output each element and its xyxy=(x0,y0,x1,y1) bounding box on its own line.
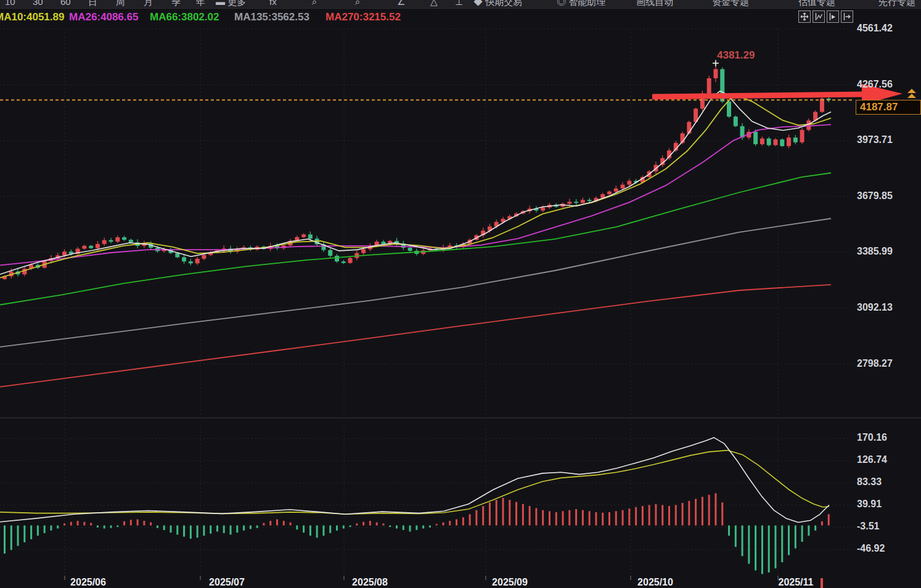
month-label: 2025/07 xyxy=(209,577,245,588)
trading-app: 103060日周月季年▬ 更多fx⌕⌕∠△⊥◆ 快期交易◎ 智能助理画线自动资金… xyxy=(0,0,921,588)
price-axis-label: 3092.13 xyxy=(857,302,893,313)
price-axis-label: 3385.99 xyxy=(857,246,893,257)
month-label: 2025/11 xyxy=(779,577,814,588)
price-axis-label: 4561.42 xyxy=(857,23,893,34)
month-label: 2025/09 xyxy=(492,577,528,588)
month-label: 2025/06 xyxy=(70,577,106,588)
price-axis-label: 3973.71 xyxy=(857,134,893,145)
indicator-axis-label: 83.33 xyxy=(857,476,882,488)
indicator-axis-label: 126.74 xyxy=(857,454,887,465)
indicator-axis-label: -46.92 xyxy=(857,543,885,554)
price-axis-label: 4267.56 xyxy=(857,79,893,90)
indicator-axis-label: 170.16 xyxy=(857,432,887,443)
month-label: 2025/10 xyxy=(637,577,673,588)
last-price-value: 4187.87 xyxy=(860,101,898,113)
price-axis-label: 2798.27 xyxy=(857,358,893,369)
price-axis-label: 3679.85 xyxy=(857,190,893,202)
peak-price-label: 4381.29 xyxy=(717,49,755,62)
indicator-axis-label: -3.51 xyxy=(857,521,879,532)
chart-canvas[interactable] xyxy=(0,0,921,588)
month-label: 2025/08 xyxy=(352,577,388,588)
indicator-axis-label: 39.91 xyxy=(857,499,882,510)
last-price-tag: 4187.87 xyxy=(856,100,921,115)
